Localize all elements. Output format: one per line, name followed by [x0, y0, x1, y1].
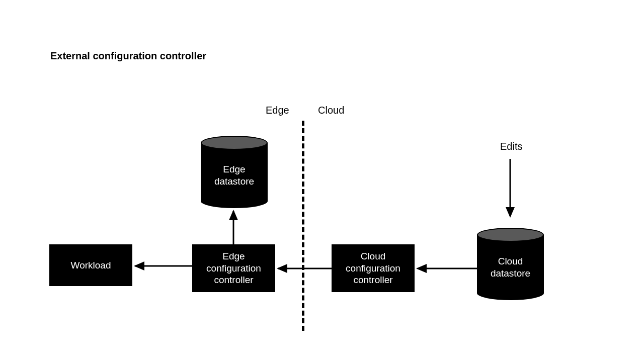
- node-workload-label: Workload: [71, 259, 111, 272]
- node-workload: Workload: [49, 244, 132, 286]
- region-label-edge: Edge: [266, 105, 289, 116]
- node-cloud-controller-label: Cloud configuration controller: [334, 250, 413, 286]
- edits-label: Edits: [500, 141, 522, 152]
- edge-cloud-divider: [302, 121, 304, 331]
- arrow-datastore-to-cloud: [415, 266, 477, 272]
- diagram-title: External configuration controller: [50, 50, 206, 62]
- arrow-edge-to-datastore: [231, 208, 236, 244]
- node-cloud-controller: Cloud configuration controller: [332, 244, 415, 292]
- arrow-cloud-to-edge: [275, 266, 332, 272]
- arrow-edits-to-cloud-datastore: [508, 159, 513, 219]
- arrow-edge-to-workload: [132, 264, 192, 269]
- node-cloud-datastore: Cloud datastore: [477, 235, 544, 300]
- node-edge-controller: Edge configuration controller: [192, 244, 275, 292]
- node-edge-datastore: Edge datastore: [201, 143, 268, 208]
- region-label-cloud: Cloud: [318, 105, 344, 116]
- node-edge-datastore-label: Edge datastore: [201, 163, 268, 188]
- node-edge-controller-label: Edge configuration controller: [194, 250, 273, 286]
- node-cloud-datastore-label: Cloud datastore: [477, 255, 544, 280]
